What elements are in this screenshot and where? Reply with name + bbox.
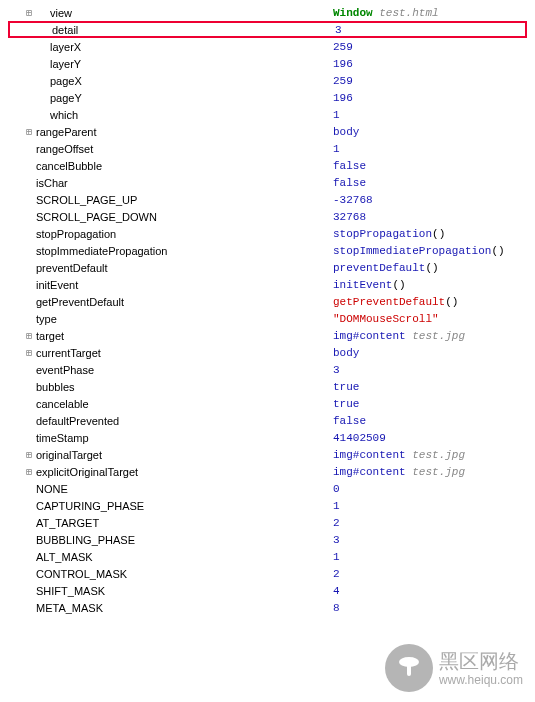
property-row[interactable]: CAPTURING_PHASE1 (8, 497, 527, 514)
property-name: explicitOriginalTarget (36, 466, 138, 478)
property-row[interactable]: ⊞explicitOriginalTargetimg#content test.… (8, 463, 527, 480)
property-name: rangeParent (36, 126, 97, 138)
property-row[interactable]: which1 (8, 106, 527, 123)
property-name: type (36, 313, 57, 325)
property-row[interactable]: BUBBLING_PHASE3 (8, 531, 527, 548)
property-row[interactable]: META_MASK8 (8, 599, 527, 616)
property-value: 8 (333, 602, 340, 614)
property-row[interactable]: ⊞viewWindow test.html (8, 4, 527, 21)
property-value: 1 (333, 143, 340, 155)
property-row[interactable]: detail3 (8, 21, 527, 38)
property-row[interactable]: initEventinitEvent() (8, 276, 527, 293)
property-value: preventDefault() (333, 262, 439, 274)
watermark-icon (385, 644, 433, 692)
property-value: 259 (333, 41, 353, 53)
property-key: ⊞originalTarget (8, 449, 333, 461)
property-key: BUBBLING_PHASE (8, 534, 333, 546)
property-name: cancelBubble (36, 160, 102, 172)
property-row[interactable]: SCROLL_PAGE_UP-32768 (8, 191, 527, 208)
property-row[interactable]: type"DOMMouseScroll" (8, 310, 527, 327)
property-key: ⊞target (8, 330, 333, 342)
expand-icon[interactable]: ⊞ (22, 449, 36, 460)
property-value: 2 (333, 517, 340, 529)
property-row[interactable]: pageX259 (8, 72, 527, 89)
expand-icon[interactable]: ⊞ (22, 347, 36, 358)
property-value: 3 (333, 534, 340, 546)
property-value: body (333, 126, 359, 138)
property-key: which (8, 109, 333, 121)
property-value: true (333, 381, 359, 393)
property-row[interactable]: CONTROL_MASK2 (8, 565, 527, 582)
property-name: currentTarget (36, 347, 101, 359)
property-row[interactable]: ALT_MASK1 (8, 548, 527, 565)
property-value: 4 (333, 585, 340, 597)
expand-icon[interactable]: ⊞ (22, 126, 36, 137)
property-row[interactable]: timeStamp41402509 (8, 429, 527, 446)
property-name: SCROLL_PAGE_DOWN (36, 211, 157, 223)
property-row[interactable]: isCharfalse (8, 174, 527, 191)
property-row[interactable]: preventDefaultpreventDefault() (8, 259, 527, 276)
property-key: pageY (8, 92, 333, 104)
property-value: false (333, 160, 366, 172)
property-row[interactable]: SHIFT_MASK4 (8, 582, 527, 599)
property-row[interactable]: layerY196 (8, 55, 527, 72)
property-name: rangeOffset (36, 143, 93, 155)
property-row[interactable]: layerX259 (8, 38, 527, 55)
property-key: pageX (8, 75, 333, 87)
property-value: 259 (333, 75, 353, 87)
property-value: -32768 (333, 194, 373, 206)
property-key: CONTROL_MASK (8, 568, 333, 580)
property-value: img#content test.jpg (333, 466, 465, 478)
property-key: AT_TARGET (8, 517, 333, 529)
property-row[interactable]: bubblestrue (8, 378, 527, 395)
property-row[interactable]: pageY196 (8, 89, 527, 106)
property-key: detail (10, 24, 335, 36)
property-value: 3 (333, 364, 340, 376)
property-row[interactable]: getPreventDefaultgetPreventDefault() (8, 293, 527, 310)
property-name: initEvent (36, 279, 78, 291)
property-value: img#content test.jpg (333, 330, 465, 342)
watermark-text: 黑区网络 www.heiqu.com (439, 649, 523, 687)
property-key: SCROLL_PAGE_DOWN (8, 211, 333, 223)
property-name: defaultPrevented (36, 415, 119, 427)
expand-icon[interactable]: ⊞ (22, 466, 36, 477)
property-row[interactable]: defaultPreventedfalse (8, 412, 527, 429)
property-name: preventDefault (36, 262, 108, 274)
property-name: META_MASK (36, 602, 103, 614)
property-key: cancelBubble (8, 160, 333, 172)
property-row[interactable]: ⊞currentTargetbody (8, 344, 527, 361)
property-name: ALT_MASK (36, 551, 93, 563)
property-value: img#content test.jpg (333, 449, 465, 461)
watermark-main: 黑区网络 (439, 649, 523, 673)
expand-icon[interactable]: ⊞ (22, 330, 36, 341)
property-row[interactable]: eventPhase3 (8, 361, 527, 378)
property-name: bubbles (36, 381, 75, 393)
property-row[interactable]: cancelabletrue (8, 395, 527, 412)
property-row[interactable]: cancelBubblefalse (8, 157, 527, 174)
property-name: AT_TARGET (36, 517, 99, 529)
property-value: 196 (333, 92, 353, 104)
property-name: pageX (50, 75, 82, 87)
property-key: SHIFT_MASK (8, 585, 333, 597)
property-key: layerX (8, 41, 333, 53)
property-row[interactable]: stopPropagationstopPropagation() (8, 225, 527, 242)
property-row[interactable]: ⊞rangeParentbody (8, 123, 527, 140)
property-row[interactable]: AT_TARGET2 (8, 514, 527, 531)
property-key: isChar (8, 177, 333, 189)
property-value: 3 (335, 24, 342, 36)
property-row[interactable]: ⊞targetimg#content test.jpg (8, 327, 527, 344)
expand-icon[interactable]: ⊞ (22, 7, 36, 18)
property-name: layerX (50, 41, 81, 53)
property-row[interactable]: SCROLL_PAGE_DOWN32768 (8, 208, 527, 225)
property-value: 1 (333, 551, 340, 563)
property-value: initEvent() (333, 279, 406, 291)
property-name: view (50, 7, 72, 19)
property-value: false (333, 177, 366, 189)
property-name: target (36, 330, 64, 342)
property-row[interactable]: rangeOffset1 (8, 140, 527, 157)
property-key: CAPTURING_PHASE (8, 500, 333, 512)
property-value: Window test.html (333, 7, 439, 19)
property-row[interactable]: ⊞originalTargetimg#content test.jpg (8, 446, 527, 463)
property-row[interactable]: NONE0 (8, 480, 527, 497)
property-row[interactable]: stopImmediatePropagationstopImmediatePro… (8, 242, 527, 259)
